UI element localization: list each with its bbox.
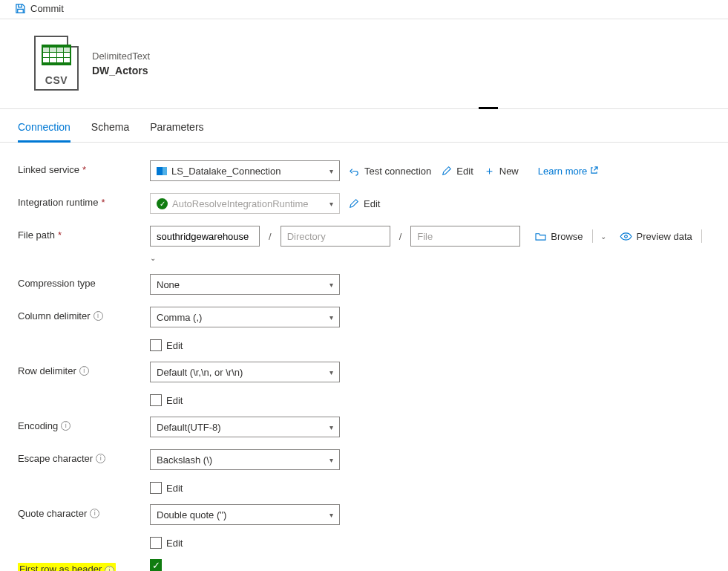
- info-icon[interactable]: i: [79, 366, 89, 376]
- row-delimiter-label: Row delimiter: [18, 365, 76, 376]
- row-delimiter-edit-checkbox[interactable]: [150, 394, 162, 406]
- info-icon[interactable]: i: [90, 509, 99, 518]
- success-icon: ✓: [157, 198, 168, 209]
- encoding-label: Encoding: [18, 420, 58, 431]
- edit-checkbox-label: Edit: [166, 340, 183, 351]
- integration-runtime-label: Integration runtime: [18, 197, 98, 208]
- column-delimiter-edit-checkbox[interactable]: [150, 339, 162, 351]
- row-delimiter-select[interactable]: Default (\r,\n, or \r\n) ▾: [150, 362, 340, 382]
- chevron-down-icon: ▾: [329, 423, 333, 431]
- pencil-icon: [349, 198, 359, 209]
- linked-service-select[interactable]: LS_Datalake_Connection ▾: [150, 160, 340, 181]
- column-delimiter-select[interactable]: Comma (,) ▾: [150, 307, 340, 327]
- quote-character-label: Quote character: [18, 508, 87, 519]
- svg-point-0: [624, 235, 627, 238]
- preview-data-button[interactable]: Preview data: [618, 226, 694, 247]
- column-delimiter-label: Column delimiter: [18, 310, 91, 322]
- chevron-down-icon: ▾: [329, 313, 333, 322]
- compression-type-select[interactable]: None ▾: [150, 274, 340, 295]
- info-icon[interactable]: i: [105, 566, 114, 571]
- escape-character-select[interactable]: Backslash (\) ▾: [150, 449, 340, 470]
- required-indicator: *: [101, 197, 105, 208]
- chevron-down-icon: ▾: [329, 456, 333, 464]
- tab-parameters[interactable]: Parameters: [150, 117, 203, 142]
- new-linked-service-button[interactable]: ＋ New: [482, 160, 520, 181]
- first-row-header-checkbox[interactable]: ✓: [150, 559, 162, 571]
- pencil-icon: [442, 166, 452, 176]
- browse-button[interactable]: Browse: [534, 226, 584, 247]
- test-icon: [349, 166, 360, 177]
- external-link-icon: [590, 166, 598, 177]
- edit-linked-service-button[interactable]: Edit: [440, 160, 474, 181]
- service-icon: [157, 167, 167, 175]
- divider: [701, 229, 702, 243]
- chevron-down-icon[interactable]: ⌄: [150, 254, 156, 262]
- compression-type-label: Compression type: [18, 278, 96, 289]
- first-row-header-label: First row as header i: [18, 563, 116, 571]
- edit-checkbox-label: Edit: [166, 395, 183, 406]
- path-separator: /: [398, 231, 404, 242]
- chevron-down-icon: ▾: [329, 200, 333, 208]
- integration-runtime-select[interactable]: ✓ AutoResolveIntegrationRuntime ▾: [150, 193, 340, 214]
- file-input[interactable]: [410, 226, 520, 247]
- encoding-select[interactable]: Default(UTF-8) ▾: [150, 417, 340, 437]
- learn-more-link[interactable]: Learn more: [538, 166, 598, 177]
- chevron-down-icon[interactable]: ⌄: [600, 232, 606, 241]
- required-indicator: *: [82, 164, 86, 175]
- folder-icon: [535, 232, 546, 241]
- chevron-down-icon: ▾: [329, 368, 333, 376]
- chevron-down-icon: ▾: [329, 281, 333, 289]
- chevron-down-icon: ▾: [329, 511, 333, 519]
- required-indicator: *: [58, 229, 62, 241]
- info-icon[interactable]: i: [94, 311, 103, 321]
- divider: [592, 229, 593, 243]
- dataset-name: DW_Actors: [92, 65, 150, 76]
- tab-schema[interactable]: Schema: [91, 117, 129, 142]
- edit-checkbox-label: Edit: [166, 538, 183, 549]
- commit-button[interactable]: Commit: [30, 3, 64, 14]
- path-separator: /: [267, 231, 273, 242]
- quote-character-select[interactable]: Double quote (") ▾: [150, 504, 340, 525]
- container-input[interactable]: [150, 226, 260, 247]
- save-icon: [15, 3, 26, 14]
- info-icon[interactable]: i: [61, 421, 70, 431]
- chevron-down-icon: ▾: [329, 167, 333, 175]
- linked-service-label: Linked service: [18, 164, 79, 175]
- tab-connection[interactable]: Connection: [18, 117, 70, 143]
- dataset-type-label: DelimitedText: [92, 50, 150, 62]
- dataset-type-icon: CSV: [34, 36, 79, 91]
- file-path-label: File path: [18, 229, 55, 241]
- plus-icon: ＋: [484, 164, 495, 178]
- edit-runtime-button[interactable]: Edit: [347, 193, 381, 214]
- escape-character-label: Escape character: [18, 453, 93, 464]
- edit-checkbox-label: Edit: [166, 483, 183, 494]
- info-icon[interactable]: i: [96, 454, 105, 463]
- preview-icon: [620, 232, 632, 241]
- escape-character-edit-checkbox[interactable]: [150, 482, 162, 494]
- test-connection-button[interactable]: Test connection: [347, 160, 433, 181]
- directory-input[interactable]: [281, 226, 390, 247]
- quote-character-edit-checkbox[interactable]: [150, 537, 162, 549]
